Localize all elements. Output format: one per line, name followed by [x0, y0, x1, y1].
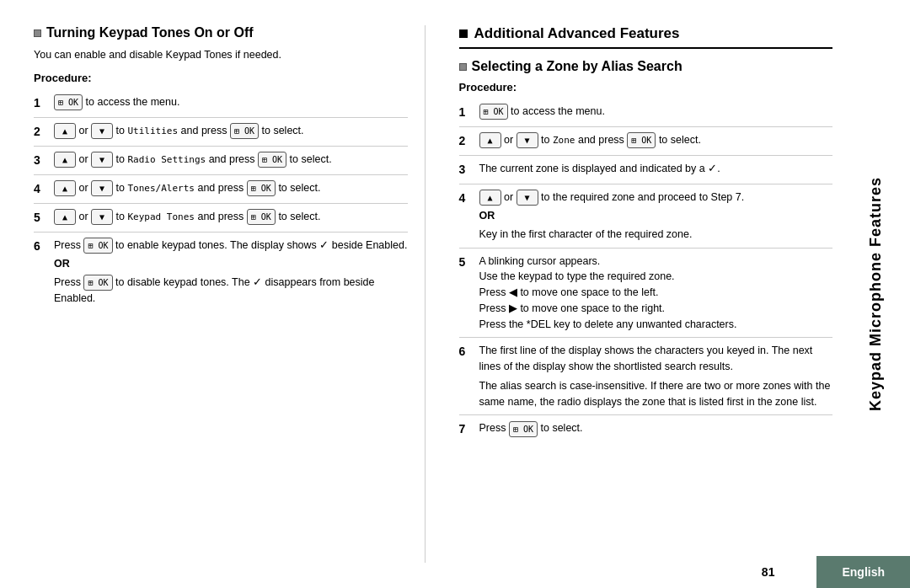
left-intro: You can enable and disable Keypad Tones …	[34, 47, 408, 63]
ok-key: ⊞ OK	[230, 123, 259, 139]
right-section-title: Additional Advanced Features	[459, 25, 833, 49]
language-tab: English	[816, 556, 910, 588]
right-step-1: 1 ⊞ OK to access the menu.	[459, 99, 833, 127]
down-key: ▼	[91, 209, 113, 225]
down-key: ▼	[517, 190, 538, 206]
right-step-6: 6 The first line of the display shows th…	[459, 338, 833, 415]
subsection-icon	[459, 63, 467, 71]
up-key: ▲	[54, 152, 76, 168]
down-key: ▼	[91, 180, 113, 196]
left-section-title: Turning Keypad Tones On or Off	[34, 25, 408, 40]
right-procedure-label: Procedure:	[459, 81, 833, 94]
left-column: Turning Keypad Tones On or Off You can e…	[34, 25, 426, 563]
left-step-1: 1 ⊞ OK to access the menu.	[34, 89, 408, 118]
up-key: ▲	[479, 190, 501, 206]
left-step-2: 2 ▲ or ▼ to Utilities and press ⊞ OK to …	[34, 118, 408, 147]
bottom-bar: 81 English	[0, 556, 910, 588]
down-key: ▼	[91, 152, 113, 168]
sidebar-vertical: Keypad Microphone Features	[858, 25, 893, 563]
section-icon	[459, 29, 468, 38]
ok-key: ⊞ OK	[627, 132, 656, 148]
right-step-5: 5 A blinking cursor appears. Use the key…	[459, 249, 833, 339]
page-number: 81	[762, 565, 775, 579]
subsection-title-text: Selecting a Zone by Alias Search	[472, 59, 682, 74]
right-step-4: 4 ▲ or ▼ to the required zone and procee…	[459, 184, 833, 249]
ok-key: ⊞ OK	[247, 209, 276, 225]
left-step-4: 4 ▲ or ▼ to Tones/Alerts and press ⊞ OK …	[34, 175, 408, 204]
left-step-6: 6 Press ⊞ OK to enable keypad tones. The…	[34, 233, 408, 312]
right-step-3: 3 The current zone is displayed and indi…	[459, 156, 833, 184]
ok-key: ⊞ OK	[247, 180, 276, 196]
ok-key: ⊞ OK	[54, 94, 83, 110]
ok-key: ⊞ OK	[258, 152, 286, 168]
left-procedure-label: Procedure:	[34, 72, 408, 84]
subsection-title: Selecting a Zone by Alias Search	[459, 59, 833, 74]
page-container: Turning Keypad Tones On or Off You can e…	[0, 0, 910, 588]
up-key: ▲	[479, 132, 501, 148]
up-key: ▲	[54, 209, 76, 225]
ok-key: ⊞ OK	[83, 275, 112, 291]
ok-key: ⊞ OK	[83, 238, 112, 254]
sidebar-label: Keypad Microphone Features	[867, 177, 885, 411]
right-steps-list: 1 ⊞ OK to access the menu. 2 ▲ or ▼ to Z…	[459, 99, 833, 443]
language-label: English	[842, 565, 885, 579]
ok-key: ⊞ OK	[479, 104, 508, 120]
down-key: ▼	[517, 132, 538, 148]
main-content: Turning Keypad Tones On or Off You can e…	[0, 0, 910, 588]
right-title-text: Additional Advanced Features	[474, 25, 680, 42]
page-number-area: 81	[0, 556, 816, 588]
down-key: ▼	[91, 123, 113, 139]
left-steps-list: 1 ⊞ OK to access the menu. 2 ▲ or ▼ to U…	[34, 89, 408, 312]
right-column: Additional Advanced Features Selecting a…	[451, 25, 833, 563]
right-step-7: 7 Press ⊞ OK to select.	[459, 415, 833, 443]
up-key: ▲	[54, 123, 76, 139]
ok-key: ⊞ OK	[509, 421, 538, 437]
title-icon	[34, 29, 41, 37]
left-title-text: Turning Keypad Tones On or Off	[46, 25, 254, 40]
left-step-3: 3 ▲ or ▼ to Radio Settings and press ⊞ O…	[34, 147, 408, 175]
up-key: ▲	[54, 180, 76, 196]
right-step-2: 2 ▲ or ▼ to Zone and press ⊞ OK to selec…	[459, 127, 833, 156]
left-step-5: 5 ▲ or ▼ to Keypad Tones and press ⊞ OK …	[34, 204, 408, 233]
